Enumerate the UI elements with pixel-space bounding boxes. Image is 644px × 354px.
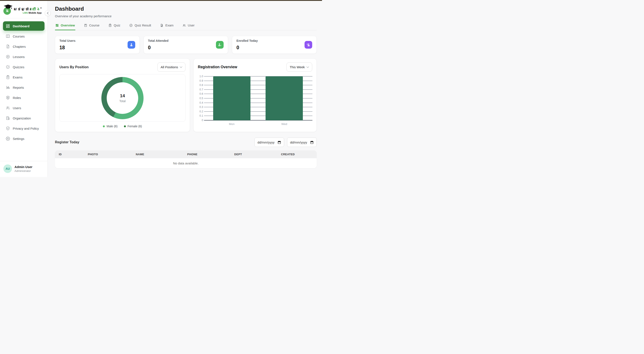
week-filter-select[interactable]: This Week bbox=[286, 63, 312, 72]
sidebar-item-label: Quizzes bbox=[13, 65, 24, 69]
tab-quiz[interactable]: Quiz bbox=[108, 23, 121, 30]
sidebar-item-settings[interactable]: Settings bbox=[3, 134, 44, 143]
tab-label: Course bbox=[89, 24, 100, 27]
book-icon bbox=[84, 24, 87, 27]
column-header-name: NAME bbox=[112, 150, 168, 158]
date-to-input[interactable]: dd/mm/yyyy bbox=[287, 137, 317, 147]
page-title: Dashboard bbox=[55, 6, 317, 12]
registration-bar bbox=[213, 76, 250, 120]
sidebar-nav: Dashboard Courses Chapters Lessons bbox=[0, 18, 48, 144]
users-by-position-title: Users By Position bbox=[60, 65, 88, 69]
x-axis-category-label: Wed bbox=[281, 122, 287, 126]
legend-dot-female bbox=[124, 125, 126, 127]
clipboard-icon bbox=[108, 24, 112, 27]
file-text-icon bbox=[6, 44, 10, 49]
sidebar-item-reports[interactable]: Reports bbox=[3, 83, 44, 92]
brand-logo: ឧ សថស្ថានយើង® LMS Mobile App bbox=[3, 1, 44, 18]
positions-filter-select[interactable]: All Positions bbox=[158, 63, 186, 72]
legend-item-male[interactable]: Male (8) bbox=[103, 124, 117, 128]
tab-label: Quiz Result bbox=[134, 24, 151, 27]
building-icon bbox=[6, 116, 10, 120]
sidebar-item-label: Roles bbox=[13, 96, 21, 100]
tab-user[interactable]: User bbox=[182, 23, 195, 30]
sidebar-item-label: Chapters bbox=[13, 45, 26, 48]
sidebar-item-label: Dashboard bbox=[13, 24, 30, 28]
column-header-created: CREATED bbox=[259, 150, 317, 158]
play-circle-icon bbox=[6, 55, 10, 59]
logo-mark: ឧ bbox=[4, 4, 13, 15]
stat-value: 0 bbox=[148, 45, 168, 51]
sidebar-item-label: Organization bbox=[13, 116, 31, 120]
calendar-icon bbox=[278, 140, 281, 144]
file-pen-icon bbox=[160, 24, 163, 27]
y-axis-tick-label: 0.5 bbox=[200, 97, 203, 100]
donut-chart: 14 Total bbox=[101, 77, 144, 119]
sidebar-item-exams[interactable]: Exams bbox=[3, 73, 44, 82]
users-icon bbox=[182, 24, 186, 27]
stat-cards-row: Total Users 18 Total Attended 0 Enroll bbox=[55, 36, 317, 54]
brand-tagline: LMS Mobile App bbox=[14, 12, 42, 14]
stat-value: 18 bbox=[60, 45, 76, 51]
tab-label: Quiz bbox=[114, 24, 120, 27]
registration-bar bbox=[266, 76, 303, 120]
sidebar-item-chapters[interactable]: Chapters bbox=[3, 42, 44, 51]
sidebar-item-label: Courses bbox=[13, 35, 25, 38]
sidebar-item-roles[interactable]: Roles bbox=[3, 93, 44, 102]
sidebar-item-courses[interactable]: Courses bbox=[3, 32, 44, 41]
tab-label: Overview bbox=[61, 24, 75, 27]
graduation-cap-icon bbox=[4, 5, 12, 10]
y-axis-tick-label: 0 bbox=[202, 119, 203, 122]
users-by-position-panel: Users By Position All Positions 14 Total bbox=[55, 58, 190, 132]
dashboard-icon bbox=[6, 24, 10, 28]
sidebar-user-profile[interactable]: AU Admin User Administrator bbox=[0, 161, 48, 177]
tab-overview[interactable]: Overview bbox=[55, 23, 76, 30]
y-axis-tick-label: 0.6 bbox=[200, 92, 203, 95]
sidebar-item-label: Lessons bbox=[13, 55, 25, 59]
sidebar-item-label: Privacy and Policy bbox=[13, 127, 39, 130]
sidebar-collapse-button[interactable] bbox=[45, 10, 51, 16]
y-axis-tick-label: 0.7 bbox=[200, 88, 203, 91]
date-from-input[interactable]: dd/mm/yyyy bbox=[254, 137, 284, 147]
donut-chart-container: 14 Total bbox=[60, 74, 186, 122]
user-plus-icon bbox=[304, 41, 312, 49]
column-header-phone: PHONE bbox=[168, 150, 217, 158]
gear-icon bbox=[6, 136, 10, 141]
tab-course[interactable]: Course bbox=[84, 23, 100, 30]
donut-legend: Male (8) Female (6) bbox=[60, 124, 186, 128]
legend-item-female[interactable]: Female (6) bbox=[124, 124, 142, 128]
bar-chart-plot-area bbox=[206, 76, 310, 120]
column-header-dept: DEPT bbox=[217, 150, 259, 158]
tab-label: Exam bbox=[165, 24, 173, 27]
sidebar-item-privacy[interactable]: Privacy and Policy bbox=[3, 124, 44, 133]
clipboard-icon bbox=[6, 75, 10, 79]
y-axis-tick-label: 0.9 bbox=[200, 79, 203, 82]
sidebar-item-label: Settings bbox=[13, 137, 24, 140]
stat-card-total-attended: Total Attended 0 bbox=[144, 36, 228, 54]
y-axis-tick-label: 0.3 bbox=[200, 106, 203, 109]
sidebar-item-users[interactable]: Users bbox=[3, 103, 44, 113]
tab-bar: Overview Course Quiz Quiz Result bbox=[55, 23, 317, 30]
tab-quiz-result[interactable]: Quiz Result bbox=[129, 23, 152, 30]
user-check-icon bbox=[216, 41, 224, 49]
sidebar-item-label: Users bbox=[13, 106, 21, 110]
sidebar-item-organization[interactable]: Organization bbox=[3, 113, 44, 123]
y-axis-tick-label: 0.1 bbox=[200, 114, 203, 117]
sidebar-item-dashboard[interactable]: Dashboard bbox=[3, 21, 44, 31]
donut-center: 14 Total bbox=[107, 82, 138, 114]
page-subtitle: Overview of your academy performance bbox=[55, 14, 317, 18]
stat-value: 0 bbox=[236, 45, 258, 51]
tab-label: User bbox=[188, 24, 195, 27]
sidebar-item-lessons[interactable]: Lessons bbox=[3, 52, 44, 61]
donut-total-label: Total bbox=[119, 99, 126, 103]
sidebar: ឧ សថស្ថានយើង® LMS Mobile App bbox=[0, 1, 48, 177]
bar-chart-icon bbox=[6, 85, 10, 90]
chevron-left-icon bbox=[47, 12, 49, 15]
legend-dot-male bbox=[103, 125, 105, 127]
sidebar-item-label: Exams bbox=[13, 76, 22, 79]
sidebar-item-quizzes[interactable]: Quizzes bbox=[3, 62, 44, 72]
chevron-down-icon bbox=[306, 66, 309, 68]
stat-card-enrolled-today: Enrolled Today 0 bbox=[232, 36, 317, 54]
main-content: Dashboard Overview of your academy perfo… bbox=[48, 1, 322, 177]
user-role: Administrator bbox=[14, 169, 32, 172]
tab-exam[interactable]: Exam bbox=[160, 23, 174, 30]
